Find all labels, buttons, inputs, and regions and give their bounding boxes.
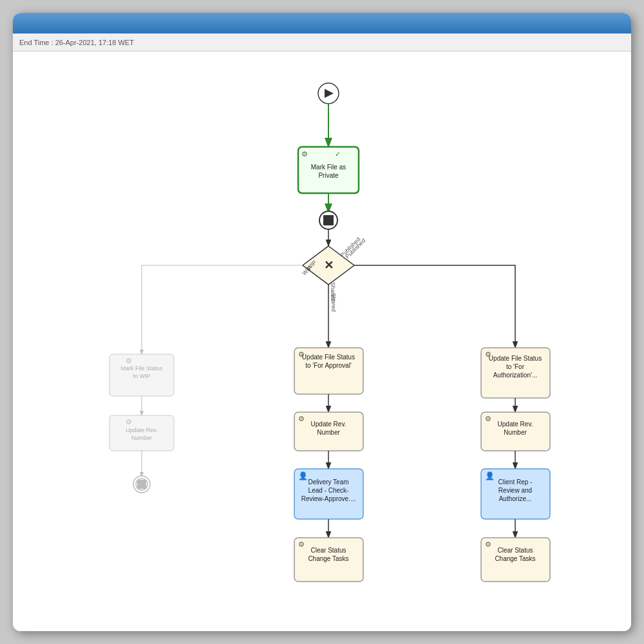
update-rev-right-label2: Number [504, 429, 527, 436]
update-status-approval-label: Update File Status [302, 354, 355, 361]
clear-status-center-label: Clear Status [310, 547, 346, 554]
client-rep-person-icon: 👤 [485, 471, 495, 480]
mark-file-wip-gear: ⚙ [126, 357, 132, 365]
mark-file-gear: ⚙ [301, 150, 308, 158]
client-rep-label3: Authorize... [499, 495, 532, 502]
clear-status-right-label2: Change Tasks [495, 555, 535, 562]
mark-file-label2: Private [318, 172, 339, 179]
mark-file-label: Mark File as [311, 164, 346, 171]
client-rep-label: Client Rep - [498, 478, 533, 486]
edge-gateway-authorization [354, 265, 515, 348]
update-rev-center-gear: ⚙ [298, 415, 305, 422]
gateway-x: ✕ [324, 259, 334, 272]
clear-status-center-gear: ⚙ [298, 540, 305, 548]
time-label: End Time : 26-Apr-2021, 17:18 WET [19, 39, 134, 46]
update-status-approval-label2: to 'For Approval' [305, 362, 352, 369]
edge-gateway-wip [142, 265, 303, 354]
delivery-team-label: Delivery Team [308, 478, 348, 486]
clear-status-right-gear: ⚙ [485, 540, 491, 548]
update-status-auth-label: Update File Status [489, 355, 542, 362]
workflow-canvas: ⚙ ✓ Mark File as Private ✕ WIP Published… [13, 52, 631, 631]
title-bar [13, 13, 631, 33]
mark-file-wip-label2: to WIP [133, 373, 150, 379]
delivery-team-label3: Review-Approve.... [301, 495, 355, 502]
update-rev-right-label: Update Rev. [498, 421, 533, 428]
workflow-svg: ⚙ ✓ Mark File as Private ✕ WIP Published… [13, 52, 631, 631]
clear-status-center-label2: Change Tasks [308, 555, 348, 562]
toolbar: End Time : 26-Apr-2021, 17:18 WET [13, 33, 631, 52]
stop-faded-square [137, 480, 146, 489]
app-window: End Time : 26-Apr-2021, 17:18 WET [13, 13, 631, 631]
update-rev-center-label2: Number [317, 429, 340, 436]
shared-label-rotated: Shared [330, 282, 336, 301]
update-status-auth-label3: Authorization'... [493, 372, 538, 379]
update-rev-faded-label: Update Rev. [126, 427, 157, 433]
delivery-team-label2: Lead - Check- [308, 487, 349, 494]
update-rev-faded-gear: ⚙ [126, 418, 132, 426]
delivery-team-person-icon: 👤 [298, 471, 308, 480]
update-rev-faded-label2: Number [131, 435, 152, 441]
client-rep-label2: Review and [498, 487, 532, 494]
update-status-auth-label2: to 'For [506, 363, 525, 370]
mark-file-wip-label: Mark File Status [120, 365, 163, 372]
intermediate-event-inner [323, 215, 334, 225]
mark-file-check: ✓ [335, 150, 341, 158]
update-rev-center-label: Update Rev. [311, 421, 346, 428]
update-rev-right-gear: ⚙ [485, 415, 491, 422]
clear-status-right-label: Clear Status [497, 547, 533, 554]
